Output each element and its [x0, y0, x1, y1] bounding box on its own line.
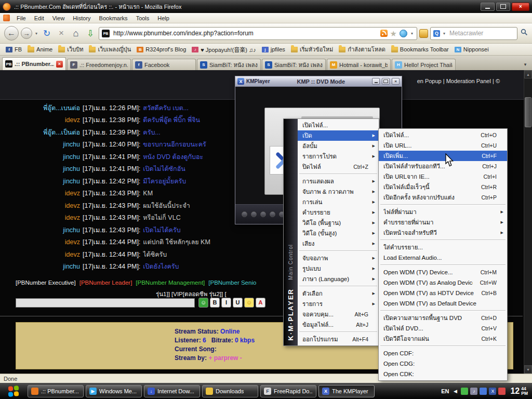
messenger-icon[interactable] — [461, 388, 468, 395]
menu-item[interactable]: ข้อมูลไฟล์... Alt+J — [298, 320, 379, 330]
start-button[interactable] — [2, 384, 25, 398]
chat-username[interactable]: jinchu — [2, 263, 80, 270]
tab-list-dropdown-icon[interactable]: ▾ — [521, 59, 530, 70]
smiley-button[interactable]: ☺ — [198, 298, 208, 308]
submenu-item[interactable]: เปิดเพิ่ม... Ctrl+F — [379, 151, 507, 161]
forum-header-links[interactable]: en Popup | Moderation Panel | © — [417, 78, 500, 84]
browser-tab[interactable]: M Hotmail - korawit_b... — [327, 59, 391, 70]
menu-item[interactable]: เปิด ▶ — [298, 130, 379, 141]
search-input[interactable] — [448, 29, 514, 37]
taskbar-clock[interactable]: 12 44 PM — [510, 387, 528, 396]
bookmark-item[interactable]: Anime — [25, 45, 55, 54]
underline-button[interactable]: U — [233, 298, 243, 308]
submenu-item[interactable]: เปิด URL... Ctrl+U — [379, 140, 507, 151]
browser-tab[interactable]: PB .:: PBnumber.... × — [2, 57, 66, 70]
submenu-item[interactable]: ไฟล์ที่ผ่านมา ▶ — [379, 207, 507, 217]
menu-item[interactable]: อัลบั้ม ▶ — [298, 141, 379, 151]
language-indicator[interactable]: EN — [441, 388, 449, 394]
submenu-item[interactable]: เปิดไฟล์ DVD... Ctrl+V — [379, 323, 507, 334]
submenu-item[interactable]: เปิด URLจาก IE... Ctrl+I — [379, 171, 507, 182]
menu-item[interactable] — [298, 284, 379, 288]
stop-button[interactable]: × — [55, 26, 68, 40]
menubar-item[interactable]: Help — [153, 14, 174, 23]
chat-username[interactable]: พี่อู๊ต...เบนต่อ — [2, 103, 80, 113]
search-engine-icon[interactable]: Q — [433, 30, 440, 37]
submenu-item[interactable]: เปิดความสามารถพื้นฐาน DVD Ctrl+D — [379, 313, 507, 323]
tab-close-icon[interactable]: × — [56, 61, 63, 68]
rss-feed-icon[interactable] — [380, 30, 388, 37]
font-color-button[interactable]: A — [256, 298, 265, 308]
home-button[interactable]: ⌂ — [70, 26, 82, 40]
taskbar-button[interactable]: X The KMPlayer — [318, 385, 375, 397]
chat-username[interactable]: idevz — [2, 238, 80, 246]
display-icon[interactable] — [480, 388, 487, 395]
chat-username[interactable]: jinchu — [2, 178, 80, 185]
reload-button[interactable]: ↻ — [41, 26, 53, 40]
kmplayer-tray-icon[interactable]: X — [489, 388, 496, 395]
emoticon-button[interactable]: ☺ — [244, 298, 254, 308]
submenu-item[interactable] — [379, 238, 507, 242]
back-button[interactable]: ← — [4, 26, 19, 41]
chat-username[interactable]: idevz — [2, 202, 80, 209]
submenu-item[interactable]: เปิดอีกครั้ง หลังจากปรับแต่ง Ctrl+P — [379, 192, 507, 203]
chat-username[interactable]: idevz — [2, 116, 80, 124]
submenu-item[interactable]: Load External Audio... — [379, 252, 507, 263]
twitter-icon[interactable] — [400, 30, 407, 37]
download-manager-icon[interactable]: ⇩ — [84, 26, 97, 40]
submenu-item[interactable]: Open CDK: — [379, 369, 507, 379]
menubar-item[interactable]: History — [69, 14, 95, 23]
menu-item[interactable]: ภาษา (Language) ▶ — [298, 274, 379, 284]
chat-username[interactable]: jinchu — [2, 141, 80, 148]
bookmark-item[interactable]: ♪ ♥ Jpopayuh!(音楽) ♫♪ — [189, 44, 258, 55]
url-input[interactable] — [112, 29, 378, 37]
search-go-icon[interactable] — [521, 29, 528, 38]
bookmark-item[interactable]: Bookmarks Toolbar — [389, 45, 451, 54]
menu-item[interactable]: คำบรรยาย ▶ — [298, 207, 379, 218]
search-engine-dropdown-icon[interactable]: ▾ — [442, 31, 446, 36]
menu-item[interactable]: รูปแบบ ▶ — [298, 263, 379, 274]
submenu-item[interactable]: เปิดไฟล์... Ctrl+O — [379, 130, 507, 140]
submenu-item[interactable]: เปิดไฟล์เมื่อเร็วๆนี้ Ctrl+R — [379, 182, 507, 192]
submenu-item[interactable]: Open CDG: — [379, 358, 507, 369]
submenu-item[interactable]: เปิดวีดีโอจากแผ่น Ctrl+K — [379, 334, 507, 344]
menu-item[interactable]: จับจอภาพ ▶ — [298, 253, 379, 263]
hide-tray-arrow-icon[interactable]: ◀ — [451, 388, 459, 395]
chat-username[interactable]: พี่อู๊ต...เป็นต่อ — [2, 127, 80, 138]
kmplayer-close-button[interactable]: × — [392, 78, 400, 85]
menu-item[interactable] — [298, 330, 379, 334]
menu-item[interactable]: การเล่น ▶ — [298, 197, 379, 207]
submenu-item[interactable]: คำบรรยายที่ผ่านมา ▶ — [379, 217, 507, 228]
taskbar-button[interactable]: F FreeRapid Do... — [260, 385, 316, 397]
submenu-item[interactable] — [379, 344, 507, 348]
chat-username[interactable]: idevz — [2, 190, 80, 197]
kmplayer-minimize-button[interactable] — [372, 78, 380, 85]
kmplayer-titlebar[interactable]: X KMPlayer KMP :: DVD Mode × — [235, 76, 402, 87]
bookmark-item[interactable]: เว็บบิท — [56, 44, 86, 55]
menu-item[interactable]: ออกโปรแกรม Alt+F4 — [298, 334, 379, 344]
menubar-item[interactable]: Edit — [30, 14, 48, 23]
stop-playback-button[interactable] — [260, 211, 266, 217]
chat-username[interactable]: jinchu — [2, 153, 80, 161]
scroll-up-icon[interactable]: ▲ — [524, 70, 532, 78]
browser-tab[interactable]: S SiamBiT: หนัง เพลง โ... — [262, 59, 326, 70]
browser-tab[interactable]: H Hello! Project Thaila... — [392, 59, 456, 70]
submenu-item[interactable]: เปิดหน้าจอสำหรับทีวี ▶ — [379, 228, 507, 238]
submenu-item[interactable] — [379, 263, 507, 267]
bold-button[interactable]: B — [210, 298, 220, 308]
italic-button[interactable]: I — [221, 298, 231, 308]
forward-button[interactable]: → — [21, 28, 32, 39]
menubar-item[interactable]: View — [48, 14, 69, 23]
menu-item[interactable]: จับภาพ & กวาดภาพ ▶ — [298, 187, 379, 197]
menu-item[interactable]: การแสดงผล ▶ — [298, 176, 379, 187]
extension-icon[interactable] — [419, 29, 428, 38]
member-group-label[interactable]: [PBNumber Executive] — [16, 280, 76, 286]
menu-item[interactable]: วิดีโอ (พื้นฐาน) ▶ — [298, 218, 379, 228]
bookmark-item[interactable]: j jpfiles — [259, 45, 288, 54]
menu-item[interactable] — [298, 172, 379, 176]
member-group-label[interactable]: [PBNumber Management] — [136, 280, 205, 286]
chat-username[interactable]: jinchu — [2, 165, 80, 172]
chat-username[interactable]: idevz — [2, 214, 80, 221]
menubar-item[interactable]: File — [12, 14, 30, 23]
menubar-item[interactable]: Tools — [132, 14, 154, 23]
chat-username[interactable]: idevz — [2, 251, 80, 258]
